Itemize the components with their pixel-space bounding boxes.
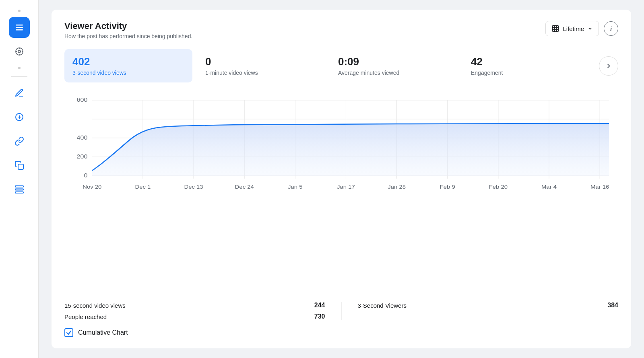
sidebar-item-active[interactable] [9, 17, 30, 38]
list-active-icon [14, 23, 24, 32]
stats-divider [341, 302, 342, 320]
stat-15sec-views: 15-second video views 244 [64, 302, 325, 309]
sidebar-divider [11, 76, 27, 77]
sidebar-item-list[interactable] [9, 179, 30, 200]
header-controls: Lifetime i [545, 21, 618, 36]
svg-text:Feb 9: Feb 9 [440, 184, 455, 190]
lifetime-dropdown[interactable]: Lifetime [545, 21, 599, 36]
page-subtitle: How the post has performed since being p… [64, 33, 192, 39]
metric-1min-value: 0 [205, 56, 317, 68]
metric-avg-minutes[interactable]: 0:09 Average minutes viewed [330, 49, 458, 82]
svg-rect-16 [553, 26, 559, 32]
chart-area: 600 400 200 0 Nov [64, 92, 618, 285]
svg-text:Dec 13: Dec 13 [184, 184, 203, 190]
metric-3sec-label: 3-second video views [72, 70, 184, 76]
svg-text:0: 0 [84, 172, 87, 179]
reels-icon [14, 47, 24, 56]
sidebar-dot-mid [18, 67, 21, 69]
svg-rect-12 [18, 164, 23, 169]
stat-3sec-viewer-value: 384 [607, 302, 618, 309]
svg-text:Feb 20: Feb 20 [489, 184, 508, 190]
sidebar-item-add[interactable] [9, 107, 30, 128]
edit-icon [14, 88, 24, 98]
svg-text:Dec 24: Dec 24 [235, 184, 254, 190]
sidebar-item-copy[interactable] [9, 155, 30, 176]
svg-text:Dec 1: Dec 1 [135, 184, 151, 190]
metric-avg-value: 0:09 [338, 56, 450, 68]
stat-3sec-viewers: 3-Second Viewers 384 [358, 302, 619, 309]
table-icon [551, 25, 559, 33]
svg-text:Mar 4: Mar 4 [541, 184, 557, 190]
stats-right: 3-Second Viewers 384 [358, 302, 619, 320]
svg-point-4 [18, 50, 21, 53]
sidebar [0, 0, 39, 358]
stat-15sec-label: 15-second video views [64, 302, 126, 309]
svg-rect-13 [15, 186, 23, 187]
menu-icon [14, 185, 24, 194]
viewer-activity-card: Viewer Activity How the post has perform… [52, 10, 631, 348]
link-icon [14, 136, 24, 146]
metrics-row: 402 3-second video views 0 1-minute vide… [64, 49, 618, 82]
stat-3sec-label: 3-Second Viewers [358, 302, 407, 309]
svg-text:400: 400 [77, 134, 88, 141]
chevron-right-icon [605, 62, 613, 70]
svg-rect-14 [15, 189, 23, 190]
copy-icon [14, 160, 24, 170]
stat-people-reached: People reached 730 [64, 313, 325, 320]
svg-text:600: 600 [77, 97, 88, 103]
svg-text:Jan 5: Jan 5 [288, 184, 303, 190]
sidebar-item-reels[interactable] [9, 41, 30, 62]
chart-svg: 600 400 200 0 Nov [64, 92, 618, 197]
info-button[interactable]: i [604, 21, 618, 36]
metric-avg-label: Average minutes viewed [338, 70, 450, 76]
metric-1min-views[interactable]: 0 1-minute video views [197, 49, 325, 82]
card-header: Viewer Activity How the post has perform… [64, 21, 618, 39]
svg-text:Jan 17: Jan 17 [337, 184, 355, 190]
sidebar-dot-top [18, 10, 21, 12]
stats-row: 15-second video views 244 People reached… [64, 295, 618, 323]
next-metric-button[interactable] [599, 56, 618, 76]
metric-3sec-views[interactable]: 402 3-second video views [64, 49, 192, 82]
sidebar-item-link[interactable] [9, 131, 30, 152]
metric-engage-value: 42 [471, 56, 583, 68]
main-content: Viewer Activity How the post has perform… [39, 0, 644, 358]
svg-text:200: 200 [77, 153, 88, 160]
svg-rect-15 [15, 192, 23, 193]
stats-left: 15-second video views 244 People reached… [64, 302, 325, 320]
stat-people-label: People reached [64, 313, 107, 320]
svg-text:Nov 20: Nov 20 [83, 184, 101, 190]
stat-15sec-value: 244 [314, 302, 325, 309]
svg-rect-0 [16, 25, 23, 26]
cumulative-checkbox[interactable] [64, 328, 73, 337]
dropdown-chevron-icon [587, 26, 593, 31]
cumulative-row: Cumulative Chart [64, 328, 618, 337]
stat-people-value: 730 [314, 313, 325, 320]
svg-rect-2 [16, 29, 23, 31]
metric-engage-label: Engagement [471, 70, 583, 76]
chart-area-fill [92, 123, 609, 176]
lifetime-label: Lifetime [563, 25, 584, 32]
header-text: Viewer Activity How the post has perform… [64, 21, 192, 39]
cumulative-label: Cumulative Chart [78, 329, 128, 336]
svg-text:Jan 28: Jan 28 [388, 184, 406, 190]
checkmark-icon [66, 330, 72, 335]
svg-rect-1 [16, 27, 23, 28]
page-title: Viewer Activity [64, 21, 192, 31]
svg-text:Mar 16: Mar 16 [590, 184, 609, 190]
metric-engagement[interactable]: 42 Engagement [463, 49, 591, 82]
sidebar-item-edit[interactable] [9, 82, 30, 103]
metric-3sec-value: 402 [72, 56, 184, 68]
add-icon [14, 112, 24, 122]
metric-1min-label: 1-minute video views [205, 70, 317, 76]
